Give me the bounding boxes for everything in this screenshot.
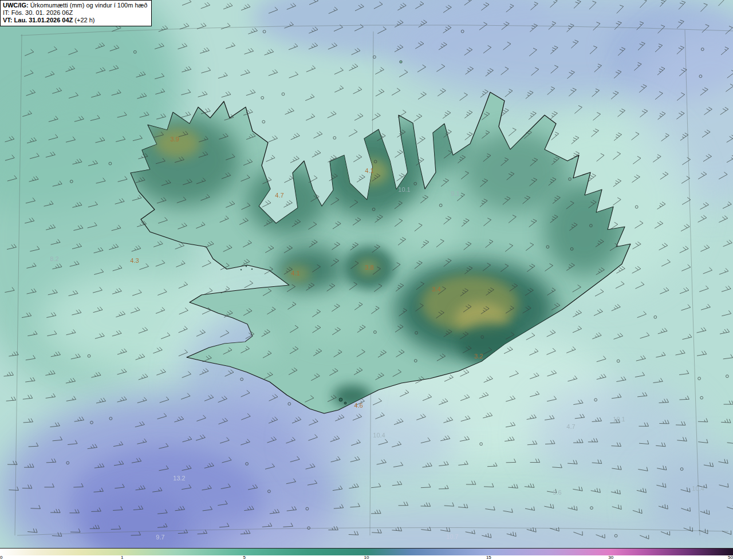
- init-time: IT: Fös. 30. 01. 2026 06Z: [3, 9, 73, 16]
- map-title: Úrkomumætti (mm) og vindur í 100m hæð: [30, 2, 148, 9]
- precip-value-label: 8.2: [50, 255, 58, 262]
- precip-value-label: 4.7: [275, 192, 283, 199]
- precip-value-label: 13.2: [173, 475, 185, 482]
- colorbar-tick: 1: [121, 555, 123, 560]
- precip-value-label: 3.8: [365, 264, 373, 271]
- precip-value-label: 10.4: [373, 432, 385, 439]
- precip-value-label: 4.1: [365, 167, 373, 174]
- precip-value-label: 10.4: [692, 485, 704, 492]
- precip-value-label: 4.3: [130, 257, 139, 264]
- model-label: UWC/IG:: [3, 2, 29, 9]
- precip-value-label: 3.2: [474, 353, 483, 360]
- colorbar-tick: 50: [728, 555, 733, 560]
- colorbar-tick: 5: [243, 555, 245, 560]
- colorbar-tick-labels: 01510153050: [0, 555, 733, 560]
- precip-value-label: 10.1: [398, 186, 410, 193]
- init-time-line: IT: Fös. 30. 01. 2026 06Z: [3, 9, 147, 17]
- precipitation-wind-map: 3.94.14.710.19.18.24.34.13.83.43.24.610.…: [0, 0, 733, 549]
- precip-value-label: 10.1: [613, 416, 625, 423]
- precip-value-label: 4.7: [566, 423, 575, 430]
- precip-value-label: 3.9: [170, 136, 179, 143]
- precip-value-label: 4.1: [291, 270, 299, 277]
- colorbar-tick: 30: [608, 555, 613, 560]
- precip-value-label: 9.1: [451, 190, 459, 197]
- lead-time: (+22 h): [74, 17, 94, 23]
- colorbar-tick: 0: [0, 555, 2, 560]
- colorbar-tick: 15: [486, 555, 491, 560]
- precip-value-label: 4.6: [354, 402, 362, 409]
- colorbar-tick: 10: [364, 555, 369, 560]
- precip-value-label: 9.6: [553, 489, 561, 496]
- map-title-line: UWC/IG: Úrkomumætti (mm) og vindur í 100…: [3, 2, 147, 9]
- valid-time: VT: Lau. 31.01.2026 04Z: [3, 17, 73, 23]
- precip-value-label: 3.4: [432, 286, 440, 293]
- map-title-box: UWC/IG: Úrkomumætti (mm) og vindur í 100…: [0, 0, 152, 26]
- precip-value-label: 9.7: [156, 534, 164, 541]
- valid-time-line: VT: Lau. 31.01.2026 04Z (+22 h): [3, 17, 147, 24]
- precip-value-label: 10.7: [446, 533, 458, 540]
- weather-map-stage: 3.94.14.710.19.18.24.34.13.83.43.24.610.…: [0, 0, 733, 560]
